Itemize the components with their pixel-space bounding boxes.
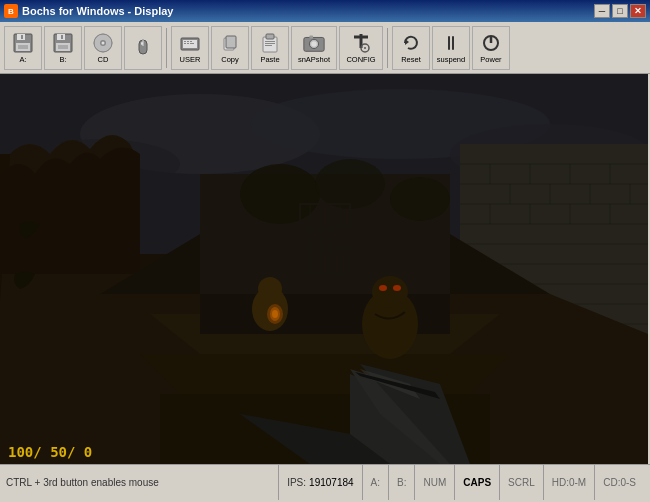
svg-rect-41 — [448, 36, 450, 50]
svg-rect-26 — [226, 36, 236, 48]
mouse-hint: CTRL + 3rd button enables mouse — [6, 477, 159, 488]
floppy-b-icon — [51, 31, 75, 55]
game-display[interactable]: 100/ 50/ 0 — [0, 74, 648, 464]
svg-point-12 — [102, 42, 105, 45]
svg-rect-28 — [266, 34, 274, 39]
caps-indicator: CAPS — [463, 477, 491, 488]
config-icon — [349, 31, 373, 55]
mouse-button[interactable] — [124, 26, 162, 70]
svg-rect-29 — [265, 41, 275, 42]
floppy-a-label: A: — [19, 56, 26, 64]
svg-rect-19 — [184, 41, 186, 42]
reset-button[interactable]: Reset — [392, 26, 430, 70]
app-icon: B — [4, 4, 18, 18]
floppy-b-button[interactable]: B: — [44, 26, 82, 70]
suspend-icon — [439, 31, 463, 55]
paste-icon — [258, 31, 282, 55]
cd-indicator: CD:0-S — [603, 477, 636, 488]
num-section: NUM — [415, 465, 455, 500]
power-icon — [479, 31, 503, 55]
svg-rect-2 — [21, 35, 23, 39]
status-bar: CTRL + 3rd button enables mouse IPS: 191… — [0, 464, 650, 500]
svg-point-39 — [364, 47, 366, 49]
b-section: B: — [389, 465, 415, 500]
floppy-a-icon — [11, 31, 35, 55]
snapshot-label: snAPshot — [298, 56, 330, 64]
scrl-indicator: SCRL — [508, 477, 535, 488]
cd-section: CD:0-S — [595, 465, 644, 500]
user-icon — [178, 31, 202, 55]
paste-label: Paste — [260, 56, 279, 64]
user-button[interactable]: USER — [171, 26, 209, 70]
reset-icon — [399, 31, 423, 55]
floppy-b-label: B: — [59, 56, 66, 64]
maximize-button[interactable]: □ — [612, 4, 628, 18]
copy-button[interactable]: Copy — [211, 26, 249, 70]
minimize-button[interactable]: ─ — [594, 4, 610, 18]
snapshot-button[interactable]: snAPshot — [291, 26, 337, 70]
svg-rect-4 — [18, 45, 28, 49]
user-label: USER — [180, 56, 201, 64]
paste-button[interactable]: Paste — [251, 26, 289, 70]
b-indicator: B: — [397, 477, 406, 488]
reset-label: Reset — [401, 56, 421, 64]
close-button[interactable]: ✕ — [630, 4, 646, 18]
num-indicator: NUM — [423, 477, 446, 488]
cdrom-button[interactable]: CD — [84, 26, 122, 70]
suspend-button[interactable]: suspend — [432, 26, 470, 70]
scrl-section: SCRL — [500, 465, 544, 500]
config-label: CONFIG — [346, 56, 375, 64]
a-section: A: — [363, 465, 389, 500]
svg-rect-101 — [0, 74, 648, 464]
copy-label: Copy — [221, 56, 239, 64]
svg-rect-42 — [452, 36, 454, 50]
window-title: Bochs for Windows - Display — [22, 5, 173, 17]
ips-label: IPS: — [287, 477, 306, 488]
hd-indicator: HD:0-M — [552, 477, 586, 488]
ips-section: IPS: 19107184 — [279, 465, 362, 500]
mouse-icon — [131, 35, 155, 59]
svg-rect-23 — [187, 43, 189, 44]
sep1 — [166, 28, 167, 68]
sep2 — [387, 28, 388, 68]
svg-rect-35 — [309, 36, 313, 39]
cdrom-label: CD — [98, 56, 109, 64]
ips-value: 19107184 — [309, 477, 354, 488]
toolbar: A: B: CD — [0, 22, 650, 74]
svg-rect-21 — [190, 41, 192, 42]
svg-point-34 — [311, 41, 317, 47]
svg-rect-22 — [184, 43, 186, 44]
floppy-a-button[interactable]: A: — [4, 26, 42, 70]
cdrom-icon — [91, 31, 115, 55]
mouse-hint-section: CTRL + 3rd button enables mouse — [6, 465, 279, 500]
svg-rect-16 — [141, 42, 143, 45]
svg-rect-9 — [58, 45, 68, 49]
config-button[interactable]: CONFIG — [339, 26, 383, 70]
hd-section: HD:0-M — [544, 465, 595, 500]
svg-rect-24 — [190, 43, 194, 44]
svg-rect-30 — [265, 43, 275, 44]
svg-marker-40 — [405, 39, 409, 45]
svg-rect-7 — [61, 35, 63, 39]
copy-icon — [218, 31, 242, 55]
suspend-label: suspend — [437, 56, 465, 64]
title-buttons: ─ □ ✕ — [594, 4, 646, 18]
a-indicator: A: — [371, 477, 380, 488]
power-label: Power — [480, 56, 501, 64]
svg-rect-31 — [265, 45, 272, 46]
power-button[interactable]: Power — [472, 26, 510, 70]
caps-section: CAPS — [455, 465, 500, 500]
title-bar: B Bochs for Windows - Display ─ □ ✕ — [0, 0, 650, 22]
svg-rect-20 — [187, 41, 189, 42]
snapshot-icon — [302, 31, 326, 55]
